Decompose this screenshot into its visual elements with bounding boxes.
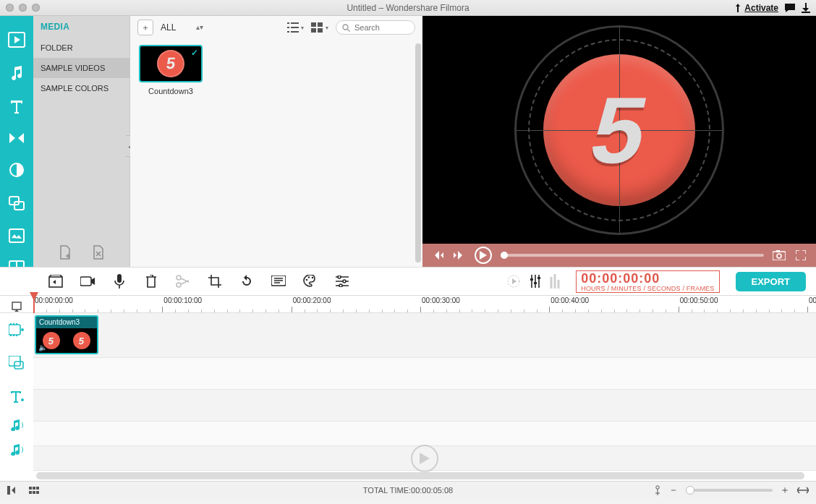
clip-thumbnail[interactable]: 5 ✓ Countdown3 xyxy=(139,45,203,95)
search-field[interactable] xyxy=(336,20,415,35)
svg-rect-39 xyxy=(29,491,32,494)
timeline-clip-label: Countdown3 xyxy=(39,318,80,326)
svg-point-24 xyxy=(343,280,346,283)
timeline-body[interactable]: Countdown3 5 5 🔈 xyxy=(33,313,816,481)
prev-frame-button[interactable] xyxy=(431,249,444,262)
rotate-tool-icon[interactable] xyxy=(239,273,255,289)
minimize-window-button[interactable] xyxy=(19,4,27,12)
timeline-clip[interactable]: Countdown3 5 5 🔈 xyxy=(35,315,98,354)
speed-tool-icon[interactable] xyxy=(271,273,286,289)
pip-track-header[interactable] xyxy=(0,346,33,380)
zoom-slider[interactable] xyxy=(686,489,773,492)
svg-rect-34 xyxy=(14,362,23,369)
timeline-h-scrollbar[interactable] xyxy=(36,472,804,479)
time-ruler[interactable]: 00:00:00:0000:00:10:0000:00:20:0000:00:3… xyxy=(33,295,816,312)
meter-icon[interactable] xyxy=(550,274,560,289)
zoom-anchor-icon[interactable] xyxy=(654,485,661,495)
svg-point-12 xyxy=(777,254,781,258)
video-track-header[interactable] xyxy=(0,313,33,346)
ruler-label: 00:00:50:00 xyxy=(680,296,718,304)
left-rail xyxy=(0,16,33,267)
svg-point-21 xyxy=(308,276,310,278)
play-button[interactable] xyxy=(475,247,492,264)
timecode-aux-icons xyxy=(506,274,560,289)
grid-small-icon[interactable] xyxy=(29,487,39,494)
zoom-window-button[interactable] xyxy=(32,4,40,12)
filters-tab-icon[interactable] xyxy=(7,162,26,178)
render-icon[interactable] xyxy=(506,274,521,289)
grid-view-button[interactable]: ▾ xyxy=(311,22,328,33)
record-tool-icon[interactable] xyxy=(80,273,95,289)
preview-scrubber[interactable] xyxy=(501,254,764,257)
toggle-left-icon[interactable] xyxy=(7,486,19,495)
media-sample-videos-item[interactable]: SAMPLE VIDEOS xyxy=(33,58,129,78)
media-tab-icon[interactable] xyxy=(7,32,26,48)
search-input[interactable] xyxy=(354,23,405,32)
split-tool-icon[interactable] xyxy=(175,273,191,289)
edit-tool-icon[interactable] xyxy=(48,273,64,289)
audio2-track-header[interactable] xyxy=(0,437,33,462)
fullscreen-button[interactable] xyxy=(794,249,807,262)
ruler-label: 00:00:00:00 xyxy=(35,296,73,304)
media-sample-colors-item[interactable]: SAMPLE COLORS xyxy=(33,78,129,98)
fit-zoom-button[interactable] xyxy=(797,486,809,495)
zoom-in-button[interactable]: ＋ xyxy=(780,484,790,497)
media-browser: ＋ ALL ▴▾ ▾ ▾ 5 ✓ C xyxy=(130,16,422,267)
svg-rect-7 xyxy=(318,22,323,27)
svg-rect-8 xyxy=(311,28,316,33)
elements-tab-icon[interactable] xyxy=(7,228,26,243)
overlays-tab-icon[interactable] xyxy=(7,195,26,211)
music-tab-icon[interactable] xyxy=(7,65,26,81)
selected-check-icon: ✓ xyxy=(191,48,198,58)
text-track[interactable] xyxy=(33,390,816,422)
window-controls xyxy=(6,4,40,12)
delete-folder-icon[interactable] xyxy=(92,245,105,260)
audio1-track[interactable] xyxy=(33,422,816,446)
clip-audio-icon: 🔈 xyxy=(38,343,47,351)
search-icon xyxy=(342,24,350,32)
list-view-button[interactable]: ▾ xyxy=(286,22,304,33)
snapshot-button[interactable] xyxy=(773,249,786,262)
audio2-track[interactable] xyxy=(33,446,816,471)
text-track-header[interactable] xyxy=(0,380,33,413)
browser-scrollbar[interactable] xyxy=(415,43,421,262)
video-track[interactable]: Countdown3 5 5 🔈 xyxy=(33,313,816,358)
media-folder-item[interactable]: FOLDER xyxy=(33,38,129,58)
import-button[interactable]: ＋ xyxy=(137,20,153,35)
mixer-icon[interactable] xyxy=(530,275,541,288)
ruler-label: 00:00:10:00 xyxy=(163,296,202,304)
delete-tool-icon[interactable] xyxy=(143,273,159,289)
svg-rect-41 xyxy=(36,491,39,494)
text-tab-icon[interactable] xyxy=(7,98,26,114)
timecode-label: HOURS / MINUTES / SECONDS / FRAMES xyxy=(581,285,714,292)
svg-rect-4 xyxy=(9,229,24,242)
close-window-button[interactable] xyxy=(6,4,14,12)
marker-button[interactable] xyxy=(0,301,33,312)
new-folder-icon[interactable] xyxy=(59,245,72,260)
svg-rect-27 xyxy=(530,278,533,281)
scrubber-handle[interactable] xyxy=(501,252,508,259)
crop-tool-icon[interactable] xyxy=(207,273,223,289)
timecode-value: 00:00:00:00 xyxy=(581,272,714,285)
zoom-out-button[interactable]: － xyxy=(668,484,679,497)
download-icon[interactable] xyxy=(802,3,810,13)
color-tool-icon[interactable] xyxy=(302,273,318,289)
export-button[interactable]: EXPORT xyxy=(736,272,806,291)
messages-icon[interactable] xyxy=(784,3,796,13)
transitions-tab-icon[interactable] xyxy=(7,132,26,145)
timeline: Countdown3 5 5 🔈 xyxy=(0,313,816,481)
activate-button[interactable]: Activate xyxy=(734,3,778,13)
adjust-tool-icon[interactable] xyxy=(334,273,350,289)
timeline-toolbar: 00:00:00:00 HOURS / MINUTES / SECONDS / … xyxy=(0,267,816,296)
voiceover-tool-icon[interactable] xyxy=(111,273,127,289)
chevron-up-down-icon: ▴▾ xyxy=(196,25,203,30)
countdown-graphic: 5 xyxy=(514,25,724,235)
ruler-label: 00:01:0 xyxy=(809,296,816,304)
audio1-track-header[interactable] xyxy=(0,413,33,437)
pip-track[interactable] xyxy=(33,358,816,390)
thumb-digit: 5 xyxy=(165,54,177,73)
clip-name: Countdown3 xyxy=(139,87,203,95)
next-frame-button[interactable] xyxy=(453,249,466,262)
zoom-handle[interactable] xyxy=(686,486,694,495)
filter-dropdown[interactable]: ALL ▴▾ xyxy=(161,22,203,33)
